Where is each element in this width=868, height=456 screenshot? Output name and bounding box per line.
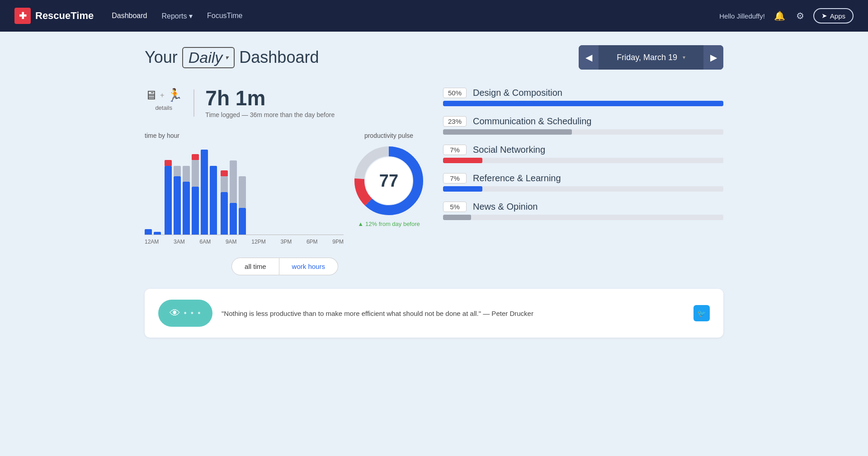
date-text: Friday, March 19 [617,53,677,62]
category-percent: 23% [443,116,467,127]
period-selector[interactable]: Daily ▾ [182,47,235,68]
category-header: 5%News & Opinion [443,202,723,212]
bar-time-label: 12PM [251,239,265,245]
nav-dashboard[interactable]: Dashboard [112,8,147,24]
bar-group [230,160,237,235]
category-bar-fill [443,186,482,192]
time-labels: 12AM3AM6AM9AM12PM3PM6PM9PM [145,239,344,245]
delta-arrow-icon: ▲ [358,221,363,227]
minutes-value: 1m [236,86,265,110]
bar-time-label: 6PM [307,239,318,245]
category-percent: 50% [443,88,467,98]
nav-links: Dashboard Reports ▾ FocusTime [112,8,701,24]
category-bar-track [443,129,723,135]
dashboard-title: Your Daily ▾ Dashboard [145,47,319,68]
next-date-button[interactable]: ▶ [703,45,723,70]
nav-right: Hello Jilleduffy! 🔔 ⚙ ➤ Apps [719,8,854,24]
category-name: Communication & Scheduling [473,116,591,127]
main-content: Your Daily ▾ Dashboard ◀ Friday, March 1… [118,32,750,351]
bar-chart-title: time by hour [145,132,344,139]
category-header: 23%Communication & Scheduling [443,116,723,127]
details-link[interactable]: details [155,104,172,111]
bar-time-label: 3PM [280,239,292,245]
navbar: ✚ RescueTime Dashboard Reports ▾ FocusTi… [0,0,868,32]
all-time-button[interactable]: all time [231,258,279,275]
category-header: 7%Social Networking [443,145,723,155]
apps-button[interactable]: ➤ Apps [813,8,854,24]
greeting-text: Hello Jilleduffy! [719,12,765,20]
date-navigator: ◀ Friday, March 19 ▾ ▶ [579,45,723,70]
time-toggle: all time work hours [145,258,425,275]
twitter-share-button[interactable]: 🐦 [693,305,710,321]
dashboard-header: Your Daily ▾ Dashboard ◀ Friday, March 1… [145,45,723,70]
date-caret-icon: ▾ [683,54,685,61]
notification-bell-icon[interactable]: 🔔 [772,9,787,23]
bar-group [174,166,181,235]
quote-section: 👁 • • • "Nothing is less productive than… [145,289,723,338]
delta-text: 12% from day before [365,221,420,227]
productivity-title: productivity pulse [353,132,425,139]
current-date: Friday, March 19 ▾ [599,53,703,62]
productivity-section: productivity pulse 77 ▲ 12% from day bef… [353,132,425,227]
brand-icon: ✚ [14,8,31,24]
quote-eye-button[interactable]: 👁 • • • [158,300,212,327]
charts-row: time by hour 12AM3AM6AM9AM12PM3PM6PM9PM … [145,132,425,245]
category-name: Reference & Learning [473,173,561,183]
time-section: 🖥 + 🏃 details 7h 1m Time logged — 36m mo… [145,88,425,118]
bar-group [192,152,199,235]
bar-chart [145,145,344,235]
category-percent: 7% [443,145,467,155]
work-hours-button[interactable]: work hours [279,258,338,275]
plus-icon: + [160,91,164,99]
device-icons-row: 🖥 + 🏃 [145,88,183,103]
category-header: 50%Design & Composition [443,88,723,98]
category-bar-fill [443,101,723,106]
nav-reports[interactable]: Reports ▾ [162,8,193,24]
time-divider [193,89,194,117]
period-label: Daily [189,49,223,66]
bar-time-label: 9PM [332,239,344,245]
category-bar-track [443,158,723,163]
category-bar-fill [443,129,572,135]
category-item: 7%Social Networking [443,145,723,163]
bar-time-label: 9AM [226,239,237,245]
bar-group [145,229,152,235]
eye-icon: 👁 [170,307,180,320]
category-item: 23%Communication & Scheduling [443,116,723,135]
prev-date-button[interactable]: ◀ [579,45,599,70]
category-item: 7%Reference & Learning [443,173,723,192]
bar-group [201,150,208,235]
hours-value: 7h [205,86,230,110]
twitter-icon: 🐦 [697,309,706,318]
category-bar-track [443,101,723,106]
nav-focustime[interactable]: FocusTime [207,8,243,24]
left-column: 🖥 + 🏃 details 7h 1m Time logged — 36m mo… [145,88,425,275]
time-subtext: Time logged — 36m more than the day befo… [205,111,335,118]
category-bar-fill [443,158,482,163]
productivity-delta: ▲ 12% from day before [353,221,425,227]
total-time: 7h 1m [205,88,335,108]
category-bar-fill [443,215,471,220]
productivity-score: 77 [379,171,398,191]
quote-text: "Nothing is less productive than to make… [222,310,684,317]
bar-group [239,176,246,235]
dashboard-body: 🖥 + 🏃 details 7h 1m Time logged — 36m mo… [145,88,723,275]
settings-wrench-icon[interactable]: ⚙ [794,9,806,23]
dots-icon: • • • [184,309,202,318]
category-item: 5%News & Opinion [443,202,723,220]
runner-icon: 🏃 [167,88,183,103]
apps-arrow-icon: ➤ [821,12,827,20]
bar-group [210,166,217,235]
time-info: 7h 1m Time logged — 36m more than the da… [205,88,335,118]
bar-time-label: 3AM [174,239,185,245]
donut-chart: 77 [353,145,425,217]
bar-group [165,158,172,235]
category-header: 7%Reference & Learning [443,173,723,183]
category-bar-track [443,186,723,192]
brand-name: RescueTime [35,10,94,22]
bar-group [221,169,228,235]
brand-logo[interactable]: ✚ RescueTime [14,8,94,24]
right-column: 50%Design & Composition23%Communication … [443,88,723,275]
category-percent: 7% [443,173,467,183]
time-by-hour-chart: time by hour 12AM3AM6AM9AM12PM3PM6PM9PM [145,132,344,245]
